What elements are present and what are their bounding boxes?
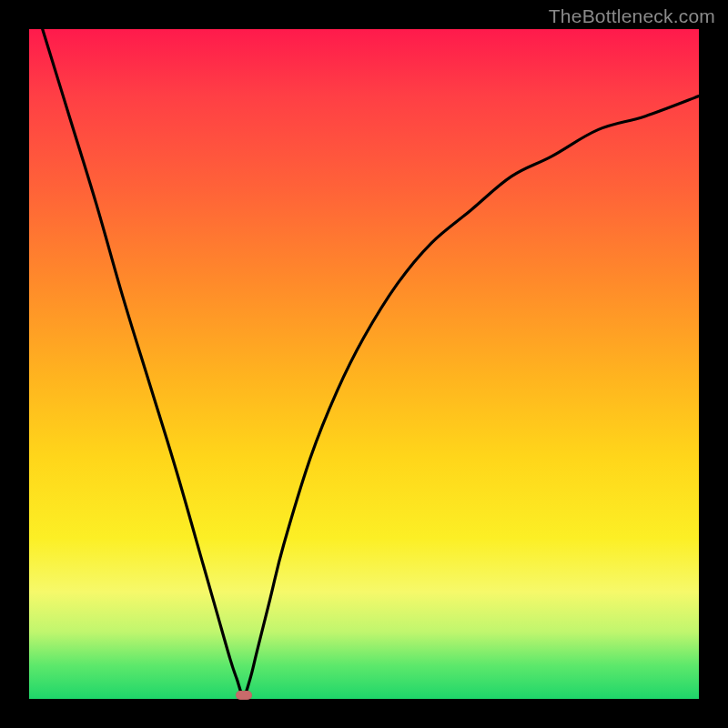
plot-area <box>29 29 699 699</box>
chart-frame: TheBottleneck.com <box>0 0 728 728</box>
bottleneck-curve <box>29 29 699 699</box>
watermark-text: TheBottleneck.com <box>549 5 715 27</box>
minimum-marker <box>236 691 252 700</box>
